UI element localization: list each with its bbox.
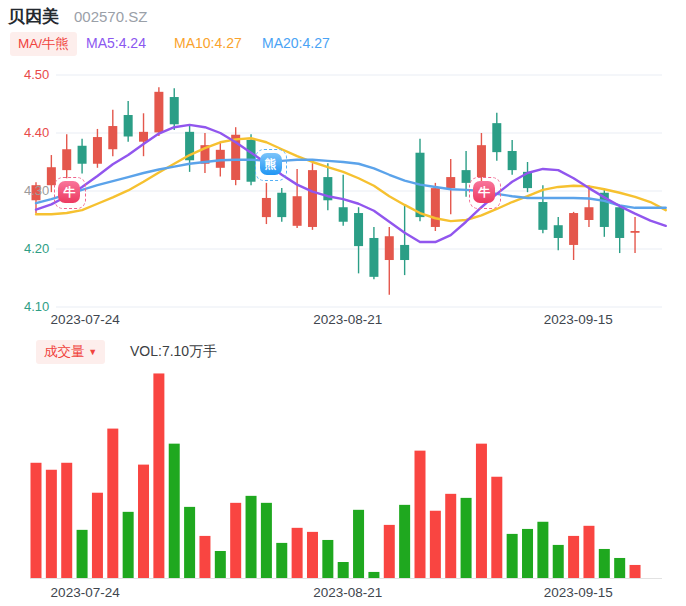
volume-bar[interactable] <box>445 494 456 578</box>
stock-code: 002570.SZ <box>74 8 147 25</box>
candle-body[interactable] <box>170 97 179 124</box>
candle-body[interactable] <box>308 170 317 227</box>
volume-bar[interactable] <box>169 444 180 578</box>
volume-bar[interactable] <box>107 429 118 578</box>
volume-bar[interactable] <box>138 465 149 578</box>
volume-bar[interactable] <box>553 545 564 578</box>
candle-body[interactable] <box>216 150 225 168</box>
volume-readout: VOL:7.10万手 <box>130 343 217 361</box>
volume-indicator-selector[interactable]: 成交量 ▼ <box>36 340 105 364</box>
volume-bar[interactable] <box>184 507 195 578</box>
candle-body[interactable] <box>492 123 501 152</box>
legend-ma20: MA20:4.27 <box>262 35 330 51</box>
volume-bar[interactable] <box>368 572 379 578</box>
volume-bar[interactable] <box>77 530 88 578</box>
candle-body[interactable] <box>631 231 640 233</box>
candle-body[interactable] <box>93 137 102 164</box>
volume-bar[interactable] <box>230 503 241 578</box>
candle-body[interactable] <box>262 198 271 217</box>
candle-body[interactable] <box>62 149 71 170</box>
volume-bar[interactable] <box>246 496 257 578</box>
volume-bar[interactable] <box>384 525 395 578</box>
candle-body[interactable] <box>508 151 517 170</box>
candle-body[interactable] <box>569 213 578 245</box>
legend-ma10: MA10:4.27 <box>174 35 242 51</box>
stock-name: 贝因美 <box>8 5 59 28</box>
volume-selector-label: 成交量 <box>44 344 85 359</box>
volume-bar[interactable] <box>292 528 303 578</box>
ma-bullbear-toggle[interactable]: MA/牛熊 <box>10 32 77 56</box>
volume-bar[interactable] <box>537 522 548 578</box>
kline-and-volume-chart[interactable] <box>0 0 686 606</box>
volume-bar[interactable] <box>31 463 42 578</box>
volume-bar[interactable] <box>307 532 318 578</box>
caret-down-icon: ▼ <box>88 347 97 357</box>
volume-bar[interactable] <box>46 470 57 578</box>
candle-body[interactable] <box>538 202 547 230</box>
volume-bar[interactable] <box>415 451 426 578</box>
volume-bar[interactable] <box>614 558 625 578</box>
candle-body[interactable] <box>339 207 348 222</box>
candle-body[interactable] <box>78 146 87 164</box>
candle-body[interactable] <box>108 126 117 149</box>
volume-bar[interactable] <box>491 477 502 578</box>
volume-bar[interactable] <box>630 565 641 578</box>
volume-bar[interactable] <box>461 498 472 578</box>
volume-bar[interactable] <box>399 505 410 578</box>
candle-body[interactable] <box>354 213 363 246</box>
candle-body[interactable] <box>385 236 394 260</box>
volume-bar[interactable] <box>261 503 272 578</box>
volume-bar[interactable] <box>522 529 533 578</box>
volume-bar[interactable] <box>215 551 226 578</box>
candle-body[interactable] <box>124 115 133 136</box>
candle-body[interactable] <box>431 188 440 227</box>
volume-bar[interactable] <box>568 536 579 578</box>
volume-bar[interactable] <box>507 534 518 578</box>
candle-body[interactable] <box>32 185 41 200</box>
candle-body[interactable] <box>400 245 409 260</box>
volume-bar[interactable] <box>583 526 594 578</box>
candle-body[interactable] <box>277 193 286 217</box>
candle-body[interactable] <box>584 207 593 220</box>
volume-bar[interactable] <box>92 493 103 578</box>
volume-bar[interactable] <box>153 373 164 578</box>
legend-ma5: MA5:4.24 <box>86 35 146 51</box>
candle-body[interactable] <box>47 167 56 185</box>
volume-bar[interactable] <box>199 536 210 578</box>
candle-body[interactable] <box>293 196 302 226</box>
candle-body[interactable] <box>554 225 563 238</box>
volume-bar[interactable] <box>338 562 349 578</box>
candle-body[interactable] <box>139 132 148 142</box>
volume-bar[interactable] <box>123 512 134 578</box>
volume-bar[interactable] <box>476 444 487 578</box>
volume-bar[interactable] <box>276 543 287 578</box>
candle-body[interactable] <box>369 238 378 277</box>
volume-bar[interactable] <box>322 540 333 578</box>
candle-body[interactable] <box>477 145 486 177</box>
candle-body[interactable] <box>154 92 163 133</box>
ma-line-ma10 <box>36 138 666 221</box>
volume-bar[interactable] <box>599 549 610 578</box>
candle-body[interactable] <box>615 207 624 238</box>
volume-bar[interactable] <box>61 463 72 578</box>
volume-bar[interactable] <box>430 511 441 578</box>
candle-body[interactable] <box>446 177 455 188</box>
candle-body[interactable] <box>462 170 471 183</box>
volume-bar[interactable] <box>353 510 364 578</box>
